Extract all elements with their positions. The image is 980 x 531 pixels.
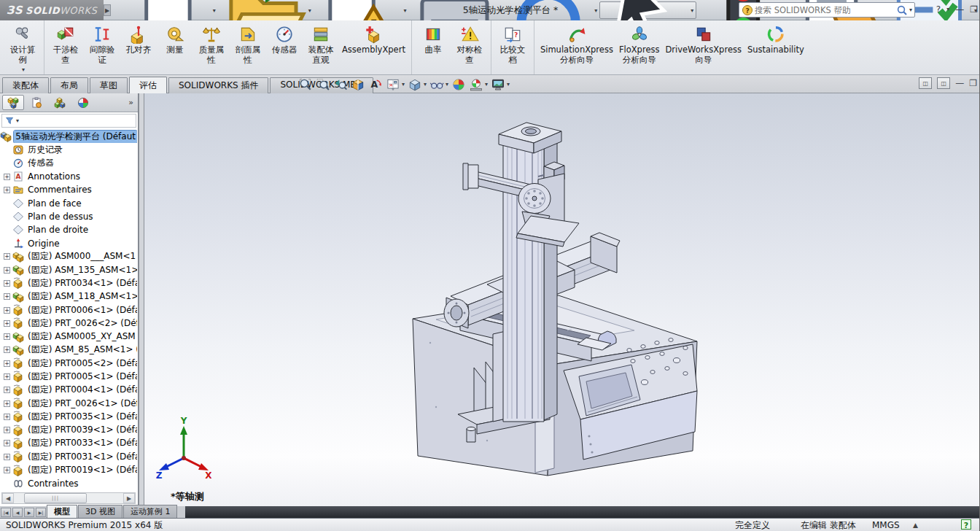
open-button[interactable]: ▾ [218,1,314,19]
previous-view-button[interactable] [332,77,349,93]
expand-toggle-icon[interactable]: + [4,174,10,180]
expand-toggle-icon[interactable]: + [4,293,10,300]
display-style-button[interactable]: ▾ [406,77,428,93]
tree-item[interactable]: Plan de droite [0,223,137,236]
tree-item[interactable]: +(固定) PRT0034<1> (Défa [0,276,137,290]
tree-item[interactable]: +(固定) PRT_0026<1> (Déf [0,397,137,410]
section-properties-button[interactable]: 剖面属 性 [230,22,266,73]
dropdown-caret-icon[interactable]: ▾ [22,65,25,75]
dropdown-caret-icon[interactable]: ▾ [691,7,693,14]
doc-restore-button[interactable]: ❐ [969,78,977,88]
tree-item[interactable]: +(固定) PRT0035<1> (Défa [0,410,137,423]
menu-expand-chevron-icon[interactable]: ▶ [104,4,111,16]
filter-caret-icon[interactable]: ▾ [16,117,19,124]
expand-toggle-icon[interactable]: + [4,360,10,367]
tab-first-button[interactable]: |◀ [1,508,11,517]
assembly-visualization-button[interactable]: 装配体 直观 [303,22,339,73]
tree-item[interactable]: +(固定) PRT0005<2> (Défa [0,357,137,370]
search-input[interactable] [753,4,896,16]
expand-toggle-icon[interactable]: + [4,467,10,473]
dropdown-caret-icon[interactable]: ▾ [402,81,405,88]
expand-toggle-icon[interactable]: + [4,427,10,433]
tree-horizontal-scrollbar[interactable]: ◀ ||| ▶ [1,492,136,504]
view-orientation-button[interactable]: ▾ [384,77,406,93]
tree-item[interactable]: +(固定) PRT0033<1> (Défa [0,437,137,450]
measure-button[interactable]: 测量 [157,22,193,73]
compare-documents-button[interactable]: ?比较文 档 [494,22,531,73]
tree-item[interactable]: 历史记录 [0,143,137,156]
view-settings-button[interactable]: ▾ [489,77,511,93]
annotation-views-button[interactable]: A [367,77,384,93]
search-box[interactable]: ? ▾ [739,2,915,18]
panel-splitter[interactable] [139,93,144,506]
hide-show-items-button[interactable]: ▾ [428,77,450,93]
tree-filter-bar[interactable]: ▾ [1,114,136,128]
tree-item[interactable]: +(固定) PRT0005<1> (Défa [0,370,137,383]
tree-item[interactable]: Contraintes [0,477,137,490]
dropdown-caret-icon[interactable]: ▾ [446,81,448,88]
tree-item[interactable]: +(固定) ASM_118_ASM<1> [0,290,137,303]
driveworksxpress-button[interactable]: DriveWorksXpress 向导 [662,22,744,73]
section-view-button[interactable] [349,77,367,93]
interference-check-button[interactable]: 干涉检 查 [47,22,84,73]
filter-funnel-icon[interactable] [5,116,15,125]
tree-item[interactable]: 5轴运动光学检测平台 (Défaut [0,130,137,143]
hole-align-button[interactable]: 孔对齐 [120,22,157,73]
doc-tab-模型[interactable]: 模型 [47,505,77,518]
doc-tab-3D 视图[interactable]: 3D 视图 [78,505,122,518]
tree-item[interactable]: +(固定) ASM_85_ASM<1> ( [0,344,137,357]
quick-tips-icon[interactable]: ? [961,519,971,530]
tree-item[interactable]: +(固定) ASM0005_XY_ASM [0,330,137,343]
symmetry-check-button[interactable]: 对称检 查 [451,22,488,73]
tree-item[interactable]: +(固定) PRT0006<1> (Défa [0,303,137,317]
doc-minimize-button[interactable]: — [955,78,964,88]
panel-tabs-overflow[interactable]: » [128,98,136,107]
sensor-button[interactable]: 传感器 [266,22,303,73]
expand-toggle-icon[interactable]: + [4,320,10,327]
expand-toggle-icon[interactable]: + [4,346,10,353]
tree-item[interactable]: Plan de dessus [0,210,137,223]
model-3d-assembly[interactable] [144,93,980,506]
tree-item[interactable]: Plan de face [0,196,137,209]
dropdown-caret-icon[interactable]: ▾ [308,7,311,14]
expand-toggle-icon[interactable]: + [4,253,10,260]
tab-草图[interactable]: 草图 [90,77,128,95]
dropdown-caret-icon[interactable]: ▾ [507,81,510,88]
dropdown-caret-icon[interactable]: ▾ [485,81,488,88]
scroll-right-arrow-icon[interactable]: ▶ [123,493,135,503]
expand-toggle-icon[interactable]: + [4,187,10,193]
units-caret-icon[interactable]: ▲ [913,519,918,531]
tab-装配体[interactable]: 装配体 [2,77,49,95]
restore-button[interactable]: ❐ [970,3,978,16]
expand-toggle-icon[interactable]: + [4,400,10,407]
dropdown-caret-icon[interactable]: ▾ [213,7,216,14]
expand-toggle-icon[interactable]: + [4,267,10,274]
simulationxpress-button[interactable]: SimulationXpress 分析向导 [537,22,616,73]
expand-toggle-icon[interactable]: + [4,333,10,340]
curvature-button[interactable]: 曲率 [415,22,451,73]
tree-item[interactable]: +AAnnotations [0,170,137,183]
expand-toggle-icon[interactable]: + [4,280,10,287]
tree-item[interactable]: +(固定) PRT0039<1> (Défa [0,424,137,437]
help-button[interactable]: ? [936,3,941,16]
search-magnifier-icon[interactable] [896,4,908,16]
scroll-left-arrow-icon[interactable]: ◀ [2,493,14,503]
tree-item[interactable]: 传感器 [0,157,137,170]
tree-item[interactable]: +Commentaires [0,183,137,196]
dropdown-caret-icon[interactable]: ▾ [424,81,427,88]
minimize-button[interactable]: — [955,3,964,16]
panel-tab-featuremanager[interactable] [2,95,24,110]
tree-item[interactable]: +(固定) ASM000___ASM<1 [0,250,137,263]
zoom-area-button[interactable] [314,77,332,93]
apply-scene-button[interactable]: ▾ [467,77,489,93]
units-label[interactable]: MMGS [872,519,900,531]
tab-prev-button[interactable]: ◀ [12,508,23,517]
tab-last-button[interactable]: ▶| [36,508,46,517]
pane-collapse-right-button[interactable]: ◫ [937,77,950,89]
expand-toggle-icon[interactable]: + [4,440,10,446]
tab-评估[interactable]: 评估 [129,77,167,95]
tree-item[interactable]: Origine [0,236,137,249]
clearance-verify-button[interactable]: 间隙验 证 [84,22,120,73]
tab-SOLIDWORKS 插件[interactable]: SOLIDWORKS 插件 [168,77,268,95]
zoom-fit-button[interactable] [297,77,314,93]
